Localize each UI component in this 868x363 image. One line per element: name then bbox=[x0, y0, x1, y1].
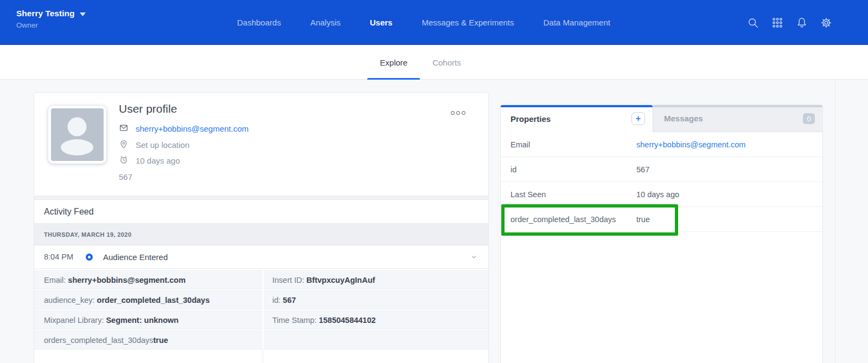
detail-cell: orders_completed_last_30daystrue bbox=[34, 330, 263, 349]
project-role: Owner bbox=[16, 21, 86, 29]
details-table-continuation bbox=[34, 349, 488, 363]
user-profile-card: User profile sherry+bobbins@segment.com bbox=[34, 92, 489, 363]
property-email-link[interactable]: sherry+bobbins@segment.com bbox=[636, 140, 745, 149]
nav-item-users[interactable]: Users bbox=[370, 18, 393, 27]
top-nav: Sherry Testing Owner Dashboards Analysis… bbox=[0, 0, 868, 45]
nav-item-data-management[interactable]: Data Management bbox=[544, 18, 610, 27]
tab-messages-label: Messages bbox=[664, 114, 703, 123]
apps-grid-icon[interactable] bbox=[771, 17, 783, 29]
tab-properties[interactable]: Properties + bbox=[501, 105, 653, 132]
tab-explore[interactable]: Explore bbox=[367, 45, 420, 80]
primary-nav: Dashboards Analysis Users Messages & Exp… bbox=[237, 0, 610, 45]
profile-id: 567 bbox=[119, 169, 248, 185]
settings-gear-icon[interactable] bbox=[820, 17, 832, 29]
nav-item-analysis[interactable]: Analysis bbox=[310, 18, 341, 27]
location-pin-icon bbox=[119, 139, 129, 151]
section-divider bbox=[34, 196, 488, 200]
project-switcher[interactable]: Sherry Testing Owner bbox=[16, 9, 86, 29]
tab-cohorts[interactable]: Cohorts bbox=[420, 45, 474, 80]
page-title: User profile bbox=[119, 102, 248, 115]
tab-cohorts-label: Cohorts bbox=[432, 58, 461, 67]
search-icon[interactable] bbox=[747, 17, 759, 29]
profile-location[interactable]: Set up location bbox=[136, 140, 189, 150]
activity-date-header: THURSDAY, MARCH 19, 2020 bbox=[34, 224, 488, 245]
detail-cell: Mixpanel Library: Segment: unknown bbox=[34, 310, 263, 329]
property-row-email: Email sherry+bobbins@segment.com bbox=[501, 132, 822, 157]
detail-cell bbox=[264, 330, 488, 349]
project-name: Sherry Testing bbox=[16, 9, 74, 18]
profile-last-seen: 10 days ago bbox=[136, 156, 180, 165]
tab-messages[interactable]: Messages 0 bbox=[653, 105, 822, 132]
tab-properties-label: Properties bbox=[510, 114, 551, 124]
nav-item-dashboards[interactable]: Dashboards bbox=[237, 18, 281, 27]
property-row-id: id 567 bbox=[501, 157, 822, 182]
last-seen-clock-icon bbox=[119, 155, 129, 166]
notifications-bell-icon[interactable] bbox=[796, 17, 808, 29]
properties-panel: Properties + Messages 0 Email sherry+bob… bbox=[500, 105, 823, 363]
detail-cell: Insert ID: BftvpxcuyAgInAuf bbox=[264, 270, 488, 289]
avatar bbox=[48, 106, 106, 164]
page-tabs: Explore Cohorts bbox=[0, 45, 868, 80]
main-content: User profile sherry+bobbins@segment.com bbox=[0, 80, 868, 363]
nav-item-messages-experiments[interactable]: Messages & Experiments bbox=[422, 18, 514, 27]
content-edge-divider bbox=[835, 80, 835, 363]
event-type-dot-icon bbox=[86, 254, 93, 261]
detail-cell: Time Stamp: 1585045844102 bbox=[264, 310, 488, 329]
property-row-order-completed: order_completed_last_30days true bbox=[501, 207, 822, 232]
chevron-down-icon[interactable] bbox=[470, 254, 477, 261]
add-property-button[interactable]: + bbox=[631, 112, 645, 125]
activity-feed-header: Activity Feed bbox=[34, 200, 488, 224]
detail-cell: audience_key: order_completed_last_30day… bbox=[34, 290, 263, 309]
messages-count-badge: 0 bbox=[803, 113, 815, 124]
event-details-table: Email: sherry+bobbins@segment.com Insert… bbox=[34, 269, 488, 349]
caret-down-icon bbox=[80, 9, 86, 18]
profile-email-link[interactable]: sherry+bobbins@segment.com bbox=[136, 124, 248, 133]
email-icon bbox=[119, 123, 129, 134]
detail-cell: id: 567 bbox=[264, 290, 488, 309]
event-name: Audience Entered bbox=[103, 252, 168, 262]
detail-cell: Email: sherry+bobbins@segment.com bbox=[34, 270, 263, 289]
activity-event-row[interactable]: 8:04 PM Audience Entered bbox=[34, 245, 488, 269]
event-time: 8:04 PM bbox=[44, 252, 86, 261]
property-row-last-seen: Last Seen 10 days ago bbox=[501, 182, 822, 207]
more-options-button[interactable] bbox=[451, 111, 465, 115]
tab-explore-label: Explore bbox=[380, 58, 407, 67]
